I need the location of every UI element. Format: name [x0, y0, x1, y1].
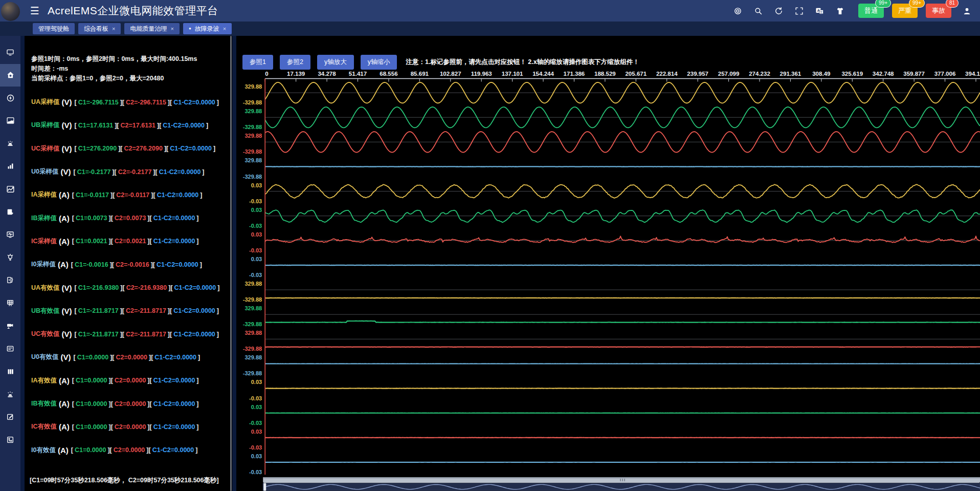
fullscreen-icon[interactable]	[794, 6, 804, 16]
y-max-label: 0.03	[251, 231, 262, 238]
bracket: ]	[213, 145, 215, 152]
sidebar-item-energy[interactable]	[0, 87, 20, 110]
sidebar-item-alarm-light[interactable]	[0, 383, 20, 406]
channel-unit: (A)	[59, 422, 70, 431]
bracket: ]	[200, 261, 202, 268]
cursor2-value: C2=0.0000	[115, 377, 146, 384]
toolbar-button-1[interactable]: 参照1	[242, 55, 273, 70]
waveform-10	[265, 321, 980, 323]
x-tick-label: 51.417	[349, 71, 367, 77]
sidebar-item-camera[interactable]	[0, 314, 20, 337]
toolbar-button-4[interactable]: y轴缩小	[361, 55, 397, 70]
channel-label: UC有效值	[31, 330, 60, 338]
y-max-label: 0.03	[251, 379, 262, 386]
navigator-left-handle[interactable]	[263, 483, 266, 490]
measurement-row: IC有效值(A)[C1=0.0000][C2=0.0000][C1-C2=0.0…	[25, 415, 232, 438]
cursor1-value: C1=0.0000	[75, 446, 106, 454]
alarm-button-1[interactable]: 普通99+	[858, 4, 884, 18]
language-icon[interactable]: A文	[814, 6, 825, 16]
bracket: ][	[164, 145, 168, 152]
tab-3[interactable]: 电能质量治理×	[124, 23, 179, 34]
y-max-label: 0.03	[251, 429, 262, 435]
header-actions: A文 普通99+严重99+事故81	[732, 4, 980, 18]
channel-label: UC采样值	[31, 144, 60, 153]
tab-close-icon[interactable]: ×	[223, 26, 226, 32]
cursor2-value: C2=-211.8717	[126, 307, 166, 314]
x-tick-label: 137.101	[502, 71, 523, 77]
cursor1-value: C1=17.6131	[78, 122, 113, 129]
y-min-label: -329.88	[243, 346, 262, 352]
sidebar-item-monitor-wave[interactable]	[0, 223, 20, 246]
tab-4[interactable]: ●故障录波×	[183, 23, 232, 34]
bracket: ][	[151, 261, 155, 268]
bracket: ]	[206, 122, 208, 129]
target-icon[interactable]	[732, 6, 743, 16]
cursor1-value: C1=-296.7115	[78, 99, 119, 106]
sidebar-item-archive[interactable]	[0, 360, 20, 383]
y-min-label: -0.03	[249, 198, 262, 204]
bracket: ]	[196, 238, 198, 245]
alarm-button-2[interactable]: 严重99+	[892, 4, 918, 18]
bracket: ][	[151, 191, 155, 199]
user-icon[interactable]	[962, 6, 972, 16]
theme-icon[interactable]	[835, 6, 845, 16]
y-min-label: -0.03	[249, 272, 262, 278]
sidebar-item-report[interactable]	[0, 201, 20, 224]
bracket: ]	[195, 446, 197, 454]
refresh-icon[interactable]	[773, 6, 784, 16]
bracket: ][	[110, 354, 114, 361]
x-tick-label: 377.006	[934, 71, 956, 77]
chart-toolbar: 参照1参照2y轴放大y轴缩小注意：1.标记参照前，请先点击对应按钮！ 2.x轴的…	[236, 54, 980, 70]
sidebar-item-area-chart[interactable]	[0, 110, 20, 133]
difference-value: C1-C2=0.0000	[153, 377, 195, 384]
sidebar-item-ev-charger[interactable]	[0, 269, 20, 292]
bracket: [	[75, 122, 77, 129]
bracket: ][	[109, 215, 113, 222]
alarm-button-3[interactable]: 事故81	[926, 4, 951, 18]
cursor1-value: C1=0.0000	[76, 377, 107, 384]
bracket: ]	[200, 191, 202, 199]
cursor-timestamp: [C1=09时57分35秒218.506毫秒， C2=09时57分35秒218.…	[30, 476, 219, 485]
avatar[interactable]	[1, 2, 20, 21]
measurement-row: U0有效值(V)[C1=0.0000][C2=0.0000][C1-C2=0.0…	[25, 346, 232, 369]
bracket: [	[75, 307, 77, 314]
y-max-label: 329.88	[244, 83, 262, 90]
sidebar-item-control-panel[interactable]	[0, 337, 20, 360]
sidebar-item-trend-chart[interactable]	[0, 178, 20, 201]
cursor2-value: C2=-216.9380	[126, 284, 167, 291]
toolbar-button-3[interactable]: y轴放大	[317, 55, 354, 70]
sidebar-item-solar-panel[interactable]	[0, 292, 20, 315]
difference-value: C1-C2=0.0000	[153, 215, 195, 222]
bracket: ][	[168, 307, 172, 314]
channel-label: UA采样值	[31, 98, 60, 106]
cursor2-value: C2=0.0021	[115, 238, 146, 245]
bracket: ]	[217, 284, 219, 291]
menu-toggle-icon[interactable]: ☰	[30, 6, 39, 16]
difference-value: C1-C2=0.0000	[159, 168, 201, 176]
channel-unit: (V)	[60, 353, 71, 361]
sidebar-item-circuit-board[interactable]	[0, 429, 20, 452]
bracket: ][	[109, 238, 113, 245]
sidebar-item-dashboard-monitor[interactable]	[0, 41, 20, 64]
cursor2-value: C2=0.0000	[116, 354, 148, 361]
y-min-label: -0.03	[249, 469, 262, 475]
tab-close-icon[interactable]: ×	[112, 26, 115, 32]
sidebar-item-edit[interactable]	[0, 405, 20, 429]
bracket: ][	[109, 377, 113, 384]
search-icon[interactable]	[753, 6, 763, 16]
sidebar-item-idea-bulb[interactable]	[0, 246, 20, 269]
sidebar-item-alarm-siren[interactable]	[0, 132, 20, 155]
y-max-label: 329.88	[244, 354, 262, 360]
alarm-count-badge: 99+	[875, 0, 891, 8]
tab-2[interactable]: 综合看板×	[78, 23, 121, 34]
sidebar-item-home[interactable]	[0, 64, 20, 87]
sidebar-item-bar-chart[interactable]	[0, 155, 20, 178]
toolbar-button-2[interactable]: 参照2	[280, 55, 310, 70]
y-max-label: 0.03	[251, 453, 262, 459]
bracket: ]	[196, 215, 198, 222]
tab-1[interactable]: 管理驾驶舱	[33, 23, 75, 34]
tab-close-icon[interactable]: ×	[170, 26, 173, 32]
bracket: ]	[217, 307, 219, 314]
difference-value: C1-C2=0.0000	[152, 446, 194, 454]
panel-scrollbar[interactable]	[230, 36, 232, 491]
